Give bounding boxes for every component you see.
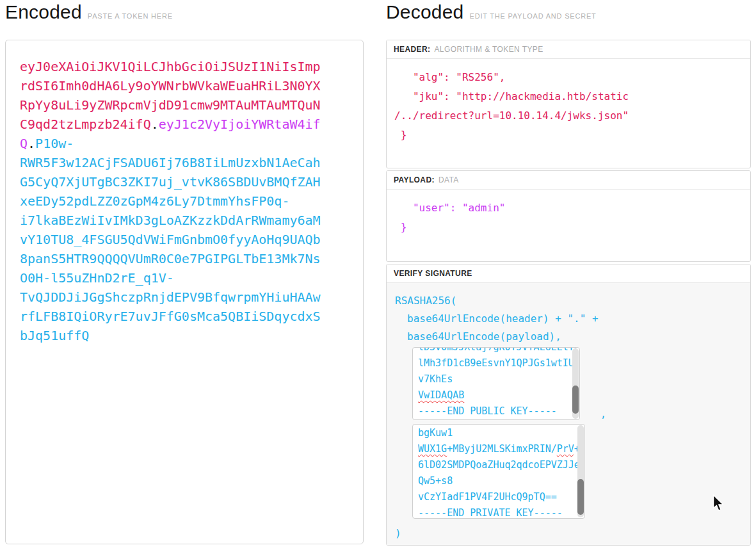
verify-encode-header-line: base64UrlEncode(header) + "." +: [395, 310, 743, 328]
key-text-line: v7KhEs: [418, 371, 575, 387]
jwt-token-text[interactable]: eyJ0eXAiOiJKV1QiLCJhbGciOiJSUzI1NiIsImpr…: [20, 57, 325, 345]
key-text-line: vCzYIadF1PV4F2UHcQ9pTQ==: [418, 489, 581, 505]
decoded-title: Decoded: [386, 1, 464, 23]
key-text-line: 6lD02SMDPQoaZHuq2qdcoEPVZJJer: [418, 457, 581, 473]
key-text-line: bgKuw1: [418, 425, 581, 441]
header-sublabel: ALGORITHM & TOKEN TYPE: [434, 45, 543, 54]
verify-label: VERIFY SIGNATURE: [394, 269, 472, 278]
decoded-heading: Decoded EDIT THE PAYLOAD AND SECRET: [386, 1, 597, 23]
public-key-textarea[interactable]: lD5V0mJJXtaj7gK0TJVYAEUEElYpBlMh3fD1cB9e…: [412, 347, 580, 420]
payload-label: PAYLOAD:: [394, 175, 435, 184]
header-json-editor[interactable]: "alg": "RS256", "jku": "http://hackmedia…: [387, 59, 750, 145]
encoded-heading: Encoded PASTE A TOKEN HERE: [5, 1, 173, 23]
encoded-subtitle: PASTE A TOKEN HERE: [88, 12, 173, 20]
header-label: HEADER:: [394, 45, 430, 54]
jwt-debugger-page: Encoded PASTE A TOKEN HERE Decoded EDIT …: [0, 0, 756, 552]
header-section: HEADER: ALGORITHM & TOKEN TYPE "alg": "R…: [386, 40, 751, 168]
payload-section: PAYLOAD: DATA "user": "admin" }: [386, 170, 751, 262]
jwt-signature-part[interactable]: P10w-RWR5F3w12ACjFSADU6Ij76B8IiLmUzxbN1A…: [20, 136, 321, 343]
verify-signature-body: RSASHA256( base64UrlEncode(header) + "."…: [387, 283, 750, 546]
verify-encode-payload-line: base64UrlEncode(payload),: [395, 328, 743, 346]
mouse-cursor-icon: [712, 494, 725, 515]
encoded-title: Encoded: [5, 1, 82, 23]
decoded-panels: HEADER: ALGORITHM & TOKEN TYPE "alg": "R…: [386, 40, 751, 548]
jwt-separator-dot: .: [28, 136, 35, 151]
private-key-scrollbar-thumb[interactable]: [577, 479, 584, 515]
payload-json-editor[interactable]: "user": "admin" }: [387, 190, 750, 237]
key-text-line: WUX1G+MByjU2MLSKimxPRIN/PrV+D: [418, 441, 581, 457]
key-inputs: lD5V0mJJXtaj7gK0TJVYAEUEElYpBlMh3fD1cB9e…: [412, 347, 743, 519]
key-text-line: VwIDAQAB: [418, 387, 575, 403]
verify-closing-paren: ): [395, 524, 743, 542]
header-section-label: HEADER: ALGORITHM & TOKEN TYPE: [387, 40, 750, 59]
payload-section-label: PAYLOAD: DATA: [387, 171, 750, 190]
key-text-line: Qw5+s8: [418, 473, 581, 489]
decoded-subtitle: EDIT THE PAYLOAD AND SECRET: [470, 12, 597, 20]
keys-separator-comma: ,: [600, 409, 606, 420]
key-text-line: lD5V0mJJXtaj7gK0TJVYAEUEElYpB: [418, 348, 575, 355]
payload-sublabel: DATA: [438, 175, 459, 184]
encoded-token-editor[interactable]: eyJ0eXAiOiJKV1QiLCJhbGciOiJSUzI1NiIsImpr…: [5, 40, 364, 544]
jwt-separator-dot: .: [151, 117, 159, 132]
private-key-textarea[interactable]: bgKuw1WUX1G+MByjU2MLSKimxPRIN/PrV+D6lD02…: [412, 424, 585, 519]
key-text-line: -----END PRIVATE KEY-----: [418, 505, 581, 518]
verify-algorithm-line: RSASHA256(: [395, 292, 743, 310]
verify-section-label: VERIFY SIGNATURE: [387, 264, 750, 283]
key-text-line: -----END PUBLIC KEY-----: [418, 403, 575, 419]
public-key-scrollbar-thumb[interactable]: [572, 386, 579, 414]
key-text-line: lMh3fD1cB9eEsvnY1QPJGs1wtIU1w: [418, 355, 575, 371]
verify-signature-section: VERIFY SIGNATURE RSASHA256( base64UrlEnc…: [386, 264, 751, 546]
